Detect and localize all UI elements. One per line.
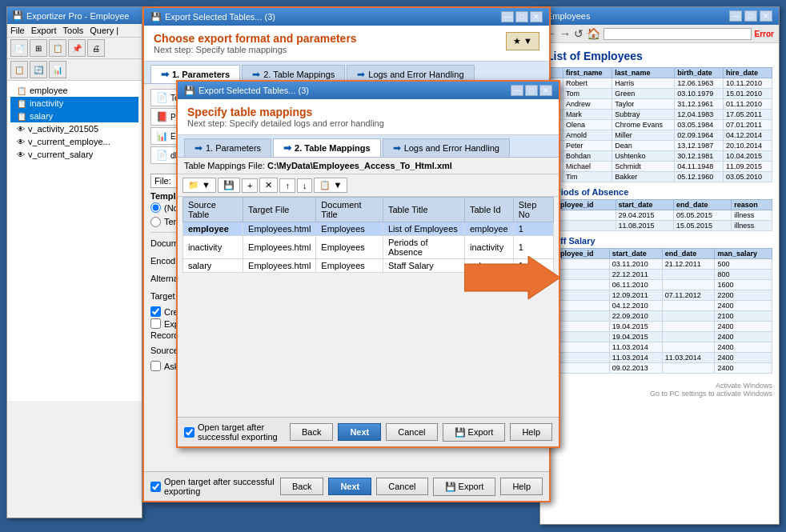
absence-row: 529.04.201505.05.2015illness bbox=[547, 210, 772, 221]
table-map-footer: Open target after successful exporting B… bbox=[178, 417, 559, 446]
menu-query[interactable]: Query | bbox=[90, 26, 118, 35]
template-none-radio[interactable] bbox=[150, 202, 161, 213]
export-button[interactable]: 💾 Export bbox=[433, 478, 496, 496]
next-button[interactable]: Next bbox=[328, 478, 371, 495]
emp-row: 6ArnoldMiller02.09.196404.12.2014 bbox=[547, 130, 772, 141]
browser-content: List of Employees first_name last_name b… bbox=[540, 43, 779, 404]
template-file-radio[interactable] bbox=[150, 217, 161, 227]
browser-toolbar: ← → ↺ 🏠 file:///C:/My... Error bbox=[540, 25, 779, 43]
dialog-minimize[interactable]: — bbox=[501, 11, 514, 22]
add-mapping-btn[interactable]: + bbox=[242, 178, 258, 193]
salary-heading: Staff Salary bbox=[547, 236, 772, 246]
map-file-label: Table Mappings File: bbox=[184, 161, 265, 170]
main-menubar: File Export Tools Query | bbox=[7, 24, 142, 38]
browser-maximize[interactable]: □ bbox=[744, 10, 757, 22]
tb-refresh[interactable]: 🔄 bbox=[30, 61, 47, 78]
view-icon: 👁 bbox=[17, 138, 25, 146]
dbf-icon: 📄 bbox=[156, 150, 168, 161]
table-map-subheader: Next step: Specify detailed logs and err… bbox=[187, 118, 549, 128]
map-back-button[interactable]: Back bbox=[290, 423, 333, 441]
browser-address[interactable]: file:///C:/My... bbox=[604, 28, 752, 40]
mappings-toolbar: 📁 ▼ 💾 + ✕ ↑ ↓ 📋 ▼ bbox=[178, 174, 559, 197]
tree-item-v-current-salary[interactable]: 👁 v_current_salary bbox=[10, 148, 138, 161]
table-map-maximize[interactable]: □ bbox=[525, 85, 538, 96]
tab-arrow-icon2: ➡ bbox=[252, 69, 260, 80]
map-next-button[interactable]: Next bbox=[338, 423, 381, 441]
export-filtered-check[interactable] bbox=[150, 318, 161, 329]
main-app-window: 💾 Exportizer Pro - Employee File Export … bbox=[6, 6, 142, 518]
tree-item-employee[interactable]: 📋 employee bbox=[10, 84, 138, 97]
back-button[interactable]: Back bbox=[280, 478, 323, 495]
table-map-close[interactable]: ✕ bbox=[539, 85, 552, 96]
csv-icon: 📄 bbox=[156, 92, 168, 103]
browser-minimize[interactable]: — bbox=[729, 10, 742, 22]
map-help-button[interactable]: Help bbox=[510, 423, 552, 441]
tree-item-inactivity[interactable]: 📋 inactivity bbox=[10, 97, 138, 110]
menu-file[interactable]: File bbox=[10, 26, 25, 35]
menu-tools[interactable]: Tools bbox=[63, 26, 84, 35]
paste-mapping-btn[interactable]: 📋 ▼ bbox=[314, 178, 347, 193]
col-step-no: Step No bbox=[513, 198, 553, 222]
salary-table: employee_id start_date end_date man_sala… bbox=[547, 248, 772, 374]
dialog-close[interactable]: ✕ bbox=[530, 11, 543, 22]
emp-row: 2TomGreen03.10.197915.01.2010 bbox=[547, 89, 772, 99]
save-mapping-btn[interactable]: 💾 bbox=[218, 178, 240, 193]
tab2-parameters[interactable]: ➡ 1. Parameters bbox=[184, 138, 271, 157]
tb-new[interactable]: 📄 bbox=[10, 39, 28, 57]
tb-copy[interactable]: 📋 bbox=[49, 39, 66, 57]
map-export-icon: 💾 bbox=[455, 427, 466, 437]
star-button[interactable]: ★ ▼ bbox=[506, 32, 539, 50]
browser-heading: List of Employees bbox=[547, 50, 772, 62]
tree-item-v-current-employe[interactable]: 👁 v_current_employe... bbox=[10, 135, 138, 148]
salary-row: 711.03.20142400 bbox=[547, 342, 772, 353]
pdf-icon: 📕 bbox=[156, 111, 168, 122]
salary-row: 106.11.20101600 bbox=[547, 280, 772, 290]
browser-forward[interactable]: → bbox=[559, 27, 571, 40]
delete-mapping-btn[interactable]: ✕ bbox=[259, 178, 278, 193]
export-dialog-footer: Open target after successful exporting B… bbox=[144, 471, 549, 501]
dialog-maximize[interactable]: □ bbox=[515, 11, 528, 22]
toolbar2: 📋 🔄 📊 bbox=[7, 59, 142, 81]
cancel-button[interactable]: Cancel bbox=[376, 478, 427, 495]
tab2-logs[interactable]: ➡ Logs and Error Handling bbox=[383, 138, 510, 157]
tb-print[interactable]: 🖨 bbox=[87, 39, 105, 57]
export-dialog-title: Export Selected Tables... (3) bbox=[165, 12, 275, 22]
file-row: Table Mappings File: C:\MyData\Employees… bbox=[178, 158, 559, 174]
tab2-arrow-icon3: ➡ bbox=[393, 142, 401, 154]
help-button[interactable]: Help bbox=[500, 478, 543, 495]
open-target-check[interactable] bbox=[150, 482, 161, 492]
map-open-target-check[interactable] bbox=[184, 427, 194, 438]
browser-home[interactable]: 🏠 bbox=[587, 27, 600, 40]
export-dialog-heading: Choose export format and parameters bbox=[154, 32, 539, 45]
up-mapping-btn[interactable]: ↑ bbox=[279, 178, 295, 193]
tree-item-salary[interactable]: 📋 salary bbox=[10, 110, 138, 122]
tb-table[interactable]: 📋 bbox=[10, 61, 28, 78]
tree-item-v-activity[interactable]: 👁 v_activity_201505 bbox=[10, 122, 138, 135]
mapping-row[interactable]: employeeEmployees.htmlEmployeesList of E… bbox=[183, 222, 554, 236]
table-map-minimize[interactable]: — bbox=[511, 85, 523, 96]
tb-paste[interactable]: 📌 bbox=[68, 39, 86, 57]
browser-refresh[interactable]: ↺ bbox=[574, 27, 583, 40]
salary-row: 122.12.2011800 bbox=[547, 270, 772, 280]
menu-export[interactable]: Export bbox=[31, 26, 57, 35]
tb-grid[interactable]: ⊞ bbox=[30, 39, 47, 57]
map-cancel-button[interactable]: Cancel bbox=[386, 423, 437, 441]
map-file-value: C:\MyData\Employees_Access_To_Html.xml bbox=[267, 161, 452, 170]
salary-row: 909.02.20132400 bbox=[547, 363, 772, 374]
create-header-check[interactable] bbox=[150, 306, 161, 317]
browser-close[interactable]: ✕ bbox=[760, 10, 772, 22]
open-mapping-btn[interactable]: 📁 ▼ bbox=[182, 178, 216, 193]
down-mapping-btn[interactable]: ↓ bbox=[297, 178, 313, 193]
col-doc-title: Document Title bbox=[316, 198, 383, 222]
export-icon: 💾 bbox=[445, 482, 456, 491]
absence-table: employee_id start_date end_date reason 5… bbox=[547, 199, 772, 231]
salary-row: 304.12.20102400 bbox=[547, 301, 772, 311]
tab2-table-mappings[interactable]: ➡ 2. Table Mappings bbox=[273, 138, 381, 157]
ask-filename-check[interactable] bbox=[150, 361, 161, 371]
arrow-indicator bbox=[464, 256, 560, 302]
tb-view[interactable]: 📊 bbox=[49, 61, 66, 78]
table-map-titlebar: 💾 Export Selected Tables... (3) — □ ✕ bbox=[178, 82, 559, 99]
map-export-button[interactable]: 💾 Export bbox=[443, 423, 506, 442]
salary-row: 619.04.20152400 bbox=[547, 332, 772, 342]
emp-row: 5OlenaChrome Evans03.05.198407.01.2011 bbox=[547, 120, 772, 130]
